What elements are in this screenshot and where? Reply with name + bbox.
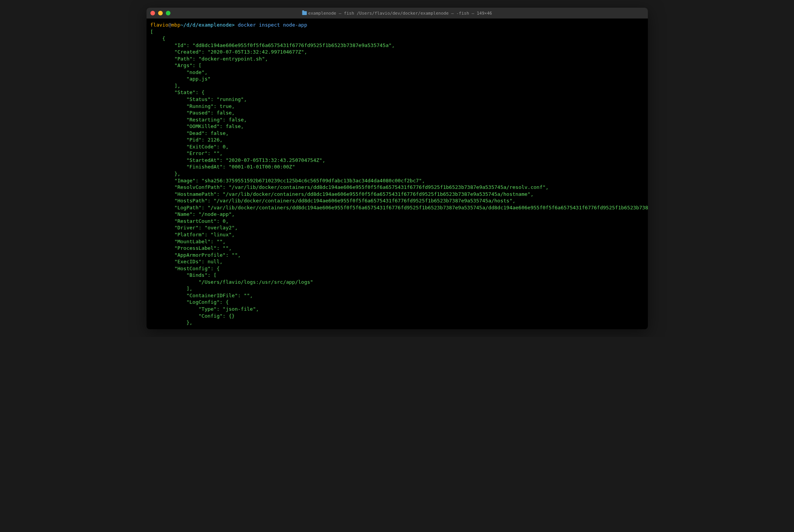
close-icon[interactable]	[150, 11, 155, 15]
output-state-paused: "Paused": false,	[186, 110, 234, 116]
minimize-icon[interactable]	[158, 11, 163, 15]
output-state-dead: "Dead": false,	[186, 130, 229, 136]
output-hostconfig-binds-close: ],	[186, 286, 192, 291]
output-open-brace: {	[162, 35, 165, 41]
output-hostspath: "HostsPath": "/var/lib/docker/containers…	[174, 198, 515, 204]
output-apparmorprofile: "AppArmorProfile": "",	[174, 252, 241, 258]
output-restartcount: "RestartCount": 0,	[174, 218, 229, 224]
prompt-gt: >	[232, 22, 235, 28]
command-text: docker inspect node-app	[238, 22, 307, 28]
prompt-path: ~/d/d/examplenode	[180, 22, 232, 28]
title-bar: examplenode — fish /Users/flavio/dev/doc…	[147, 8, 648, 19]
output-state-finishedat: "FinishedAt": "0001-01-01T00:00:00Z"	[186, 164, 295, 170]
output-args-1: "app.js"	[186, 76, 211, 82]
output-state-running: "Running": true,	[186, 103, 234, 109]
output-args-0: "node",	[186, 69, 207, 75]
terminal-window: examplenode — fish /Users/flavio/dev/doc…	[147, 8, 648, 329]
output-hostconfig-logconfig-config: "Config": {}	[199, 313, 235, 319]
output-hostconfig-binds-0: "/Users/flavio/logs:/usr/src/app/logs"	[199, 279, 313, 285]
output-path: "Path": "docker-entrypoint.sh",	[174, 56, 268, 62]
output-processlabel: "ProcessLabel": "",	[174, 245, 232, 251]
output-image: "Image": "sha256:3759551592b6710239cc125…	[174, 178, 425, 184]
output-hostconfig-key: "HostConfig": {	[174, 266, 219, 271]
output-hostconfig-binds-key: "Binds": [	[186, 272, 216, 278]
output-state-exitcode: "ExitCode": 0,	[186, 144, 229, 150]
output-state-restarting: "Restarting": false,	[186, 117, 247, 123]
output-name: "Name": "/node-app",	[174, 211, 235, 217]
traffic-lights	[150, 11, 170, 15]
output-mountlabel: "MountLabel": "",	[174, 239, 226, 244]
output-hostnamepath: "HostnamePath": "/var/lib/docker/contain…	[174, 191, 533, 197]
output-resolvconfpath: "ResolvConfPath": "/var/lib/docker/conta…	[174, 184, 549, 190]
prompt-user: flavio	[150, 22, 169, 28]
output-state-startedat: "StartedAt": "2020-07-05T13:32:43.250704…	[186, 157, 325, 163]
output-state-close: },	[174, 171, 180, 177]
output-logpath: "LogPath": "/var/lib/docker/containers/d…	[150, 205, 648, 210]
output-args-key: "Args": [	[174, 62, 201, 68]
output-hostconfig-containeridfile: "ContainerIDFile": "",	[186, 293, 253, 298]
folder-icon	[302, 11, 307, 15]
output-state-status: "Status": "running",	[186, 96, 247, 102]
output-hostconfig-logconfig-key: "LogConfig": {	[186, 299, 229, 305]
prompt-host: mbp	[171, 22, 180, 28]
output-args-close: ],	[174, 83, 180, 89]
output-platform: "Platform": "linux",	[174, 232, 235, 237]
output-driver: "Driver": "overlay2",	[174, 225, 238, 231]
window-title-text: examplenode — fish /Users/flavio/dev/doc…	[308, 11, 492, 16]
terminal-content[interactable]: flavio@mbp~/d/d/examplenode> docker insp…	[147, 19, 648, 329]
output-state-key: "State": {	[174, 89, 204, 95]
output-hostconfig-logconfig-type: "Type": "json-file",	[199, 306, 259, 312]
output-id: "Id": "dd8dc194ae606e955f0f5f6a6575431f6…	[174, 42, 394, 48]
output-hostconfig-logconfig-close: },	[186, 320, 192, 325]
output-state-oomkilled: "OOMKilled": false,	[186, 123, 244, 129]
output-state-pid: "Pid": 2126,	[186, 137, 223, 143]
window-title: examplenode — fish /Users/flavio/dev/doc…	[302, 11, 492, 16]
output-state-error: "Error": "",	[186, 150, 223, 156]
output-execids: "ExecIDs": null,	[174, 259, 223, 264]
output-created: "Created": "2020-07-05T13:32:42.99710467…	[174, 49, 307, 55]
maximize-icon[interactable]	[166, 11, 170, 15]
output-open-bracket: [	[150, 29, 153, 35]
